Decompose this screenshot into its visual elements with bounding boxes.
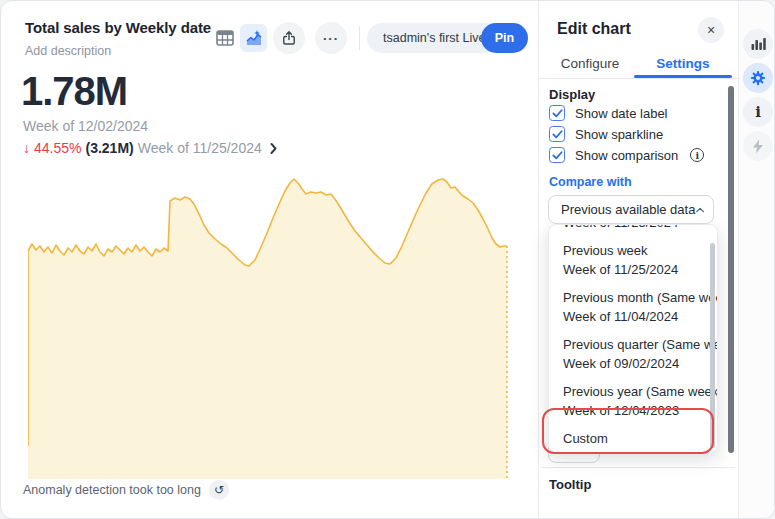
info-rail-button[interactable]: i [743,97,773,127]
chevron-up-icon [696,207,704,213]
tab-configure[interactable]: Configure [549,56,631,71]
info-icon[interactable]: i [690,148,704,162]
kpi-date-label: Week of 12/02/2024 [23,118,148,134]
active-tab-underline [634,75,732,78]
checkbox-row-show-comparison[interactable]: Show comparison i [549,147,704,163]
option-title: Custom [563,429,703,448]
checkbox-label: Show date label [575,106,668,121]
checkbox-row-show-date-label[interactable]: Show date label [549,105,668,121]
dropdown-option-previous-quarter[interactable]: Previous quarter (Same week) Week of 09/… [549,326,717,373]
checkbox-checked-icon[interactable] [549,126,565,142]
display-section-heading: Display [549,87,595,102]
add-description-link[interactable]: Add description [25,44,111,58]
anomaly-status-text: Anomaly detection took too long [23,483,201,497]
compare-with-dropdown: Week of 11/25/2024 Previous week Week of… [548,224,718,453]
section-divider [541,467,735,468]
checkbox-row-show-sparkline[interactable]: Show sparkline [549,126,663,142]
table-icon [216,30,234,46]
info-glyph: i [696,150,700,161]
checkbox-label: Show sparkline [575,127,663,142]
tabs-divider [538,78,738,79]
comparison-absolute: (3.21M) [85,140,133,156]
bar-chart-icon [750,36,766,52]
checkbox-checked-icon[interactable] [549,147,565,163]
panel-scrollbar[interactable] [728,86,734,453]
page-title: Total sales by Weekly date [25,19,211,36]
kpi-comparison-row[interactable]: ↓ 44.55% (3.21M) Week of 11/25/2024 [23,140,277,156]
checkbox-label: Show comparison [575,148,678,163]
info-icon: i [755,103,761,121]
ellipsis-icon: ··· [323,31,339,46]
share-icon [280,29,298,47]
compare-with-label[interactable]: Compare with [549,175,632,189]
option-title: Previous week [563,241,703,260]
dropdown-clipped-option: Week of 11/25/2024 [549,225,717,232]
edit-chart-title: Edit chart [557,20,631,38]
option-title: Previous year (Same week) [563,382,703,401]
option-subtitle: Week of 11/04/2024 [563,307,703,326]
pin-button[interactable]: Pin [481,23,528,53]
arrow-down-icon: ↓ [23,140,30,156]
lightning-icon [752,139,764,154]
dropdown-option-custom[interactable]: Custom [549,414,717,453]
settings-rail-button[interactable] [743,63,773,93]
close-panel-button[interactable]: × [698,17,724,43]
dropdown-scrollbar[interactable] [710,243,715,448]
option-title: Previous month (Same week) [563,288,703,307]
insights-rail-button[interactable] [743,131,773,161]
dropdown-option-previous-week[interactable]: Previous week Week of 11/25/2024 [549,232,717,279]
app-window: Total sales by Weekly date Add descripti… [0,0,775,519]
dropdown-option-previous-year[interactable]: Previous year (Same week) Week of 12/04/… [549,373,717,420]
tooltip-section-heading: Tooltip [549,477,591,492]
refresh-icon: ↺ [214,483,224,497]
kpi-value: 1.78M [21,69,127,114]
checkbox-checked-icon[interactable] [549,105,565,121]
chart-view-button[interactable] [240,24,267,52]
option-title: Previous quarter (Same week) [563,335,703,354]
chart-rail-button[interactable] [743,29,773,59]
option-subtitle: Week of 09/02/2024 [563,354,703,373]
tab-settings[interactable]: Settings [634,56,732,71]
compare-with-select-value: Previous available data poin [561,202,696,217]
comparison-percent: 44.55% [34,140,81,156]
gear-icon [749,69,767,87]
chevron-right-icon [270,143,277,154]
dropdown-option-previous-month[interactable]: Previous month (Same week) Week of 11/04… [549,279,717,326]
kpi-sparkline-chart [28,173,508,479]
status-bar: Anomaly detection took too long ↺ [23,480,229,500]
close-icon: × [707,22,715,38]
more-options-button[interactable]: ··· [315,22,347,54]
pin-button-label: Pin [495,31,514,45]
comparison-period: Week of 11/25/2024 [138,140,262,156]
compare-with-select[interactable]: Previous available data poin [548,195,714,224]
sparkline-chart-icon [244,28,264,48]
option-subtitle: Week of 11/25/2024 [563,260,703,279]
toolbar-divider [359,26,360,50]
table-view-button[interactable] [211,24,238,52]
chart-type-toggle [211,24,267,52]
share-button[interactable] [273,22,305,54]
retry-anomaly-button[interactable]: ↺ [209,480,229,500]
clipped-option-text: Week of 11/25/2024 [549,225,717,230]
